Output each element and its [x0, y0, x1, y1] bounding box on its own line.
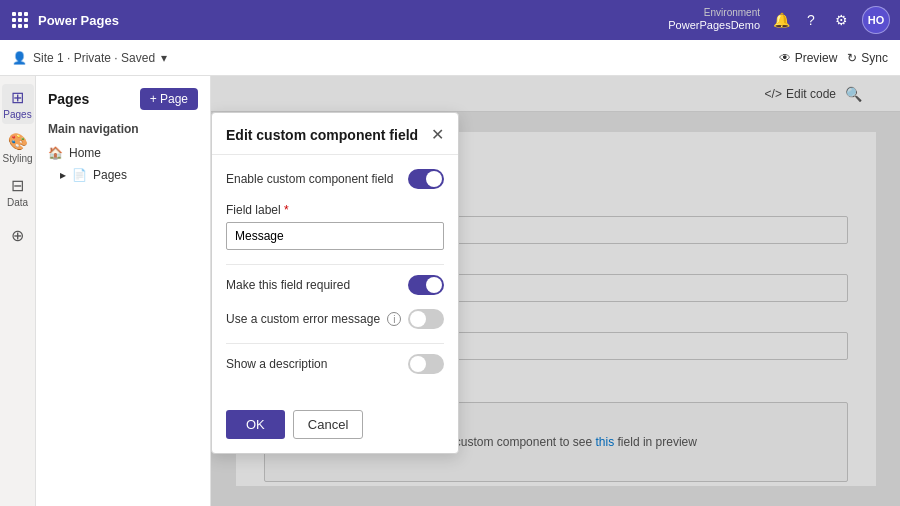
show-description-row: Show a description [226, 354, 444, 374]
pages-header: Pages + Page [36, 84, 210, 118]
app-name: Power Pages [38, 13, 119, 28]
modal-divider-2 [226, 343, 444, 344]
second-bar-right: 👁 Preview ↻ Sync [779, 51, 888, 65]
home-icon: 🏠 [48, 146, 63, 160]
modal-title: Edit custom component field [226, 127, 418, 143]
nav-home-label: Home [69, 146, 101, 160]
make-required-label: Make this field required [226, 278, 350, 292]
preview-button[interactable]: 👁 Preview [779, 51, 838, 65]
sync-label: Sync [861, 51, 888, 65]
nav-item-home[interactable]: 🏠 Home [36, 142, 210, 164]
top-nav: Power Pages Environment PowerPagesDemo 🔔… [0, 0, 900, 40]
sidebar-item-more[interactable]: ⊕ [2, 216, 34, 256]
modal-body: Enable custom component field Field labe… [212, 155, 458, 402]
dropdown-arrow-icon[interactable]: ▾ [161, 51, 167, 65]
make-required-row: Make this field required [226, 275, 444, 295]
notification-icon[interactable]: 🔔 [772, 11, 790, 29]
enable-component-row: Enable custom component field [226, 169, 444, 189]
sidebar-item-pages[interactable]: ⊞ Pages [2, 84, 34, 124]
field-label-input[interactable] [226, 222, 444, 250]
eye-icon: 👁 [779, 51, 791, 65]
person-icon: 👤 [12, 51, 27, 65]
pages-icon: ⊞ [11, 88, 24, 107]
cancel-button[interactable]: Cancel [293, 410, 363, 439]
content-area: </> Edit code 🔍 ⤢ Fill in your details N… [211, 76, 900, 506]
sync-icon: ↻ [847, 51, 857, 65]
custom-error-toggle[interactable] [408, 309, 444, 329]
doc-icon: 📄 [72, 168, 87, 182]
data-icon: ⊟ [11, 176, 24, 195]
sidebar-data-label: Data [7, 197, 28, 208]
environment-info: Environment PowerPagesDemo [668, 7, 760, 32]
second-bar: 👤 Site 1 · Private · Saved ▾ 👁 Preview ↻… [0, 40, 900, 76]
field-label-heading: Field label * [226, 203, 444, 217]
nav-section-title: Main navigation [36, 118, 210, 142]
edit-component-field-modal: Edit custom component field ✕ Enable cus… [211, 112, 459, 454]
modal-footer: OK Cancel [212, 402, 458, 453]
sidebar-pages-label: Pages [3, 109, 31, 120]
field-label-section: Field label * [226, 203, 444, 250]
left-sidebar: ⊞ Pages 🎨 Styling ⊟ Data ⊕ [0, 76, 36, 506]
site-info: 👤 Site 1 · Private · Saved ▾ [12, 51, 167, 65]
modal-divider-1 [226, 264, 444, 265]
field-label-required-star: * [284, 203, 289, 217]
nav-item-pages[interactable]: ▸ 📄 Pages [36, 164, 210, 186]
preview-label: Preview [795, 51, 838, 65]
pages-title: Pages [48, 91, 89, 107]
add-page-button[interactable]: + Page [140, 88, 198, 110]
nav-pages-label: Pages [93, 168, 127, 182]
info-icon[interactable]: i [387, 312, 401, 326]
top-nav-left: Power Pages [10, 10, 119, 30]
settings-icon[interactable]: ⚙ [832, 11, 850, 29]
styling-icon: 🎨 [8, 132, 28, 151]
chevron-right-icon: ▸ [60, 168, 66, 182]
top-nav-right: Environment PowerPagesDemo 🔔 ? ⚙ HO [668, 6, 890, 34]
show-description-label: Show a description [226, 357, 327, 371]
make-required-toggle[interactable] [408, 275, 444, 295]
custom-error-label: Use a custom error message i [226, 312, 401, 327]
waffle-icon[interactable] [10, 10, 30, 30]
environment-name: PowerPagesDemo [668, 19, 760, 32]
ok-button[interactable]: OK [226, 410, 285, 439]
site-info-text: Site 1 · Private · Saved [33, 51, 155, 65]
modal-header: Edit custom component field ✕ [212, 113, 458, 155]
main-layout: ⊞ Pages 🎨 Styling ⊟ Data ⊕ Pages + Page … [0, 76, 900, 506]
help-icon[interactable]: ? [802, 11, 820, 29]
pages-panel: Pages + Page Main navigation 🏠 Home ▸ 📄 … [36, 76, 211, 506]
custom-error-row: Use a custom error message i [226, 309, 444, 329]
enable-toggle[interactable] [408, 169, 444, 189]
environment-label: Environment [704, 7, 760, 19]
enable-label: Enable custom component field [226, 172, 393, 186]
modal-close-button[interactable]: ✕ [431, 125, 444, 144]
sidebar-styling-label: Styling [2, 153, 32, 164]
more-icon: ⊕ [11, 226, 24, 245]
show-description-toggle[interactable] [408, 354, 444, 374]
avatar[interactable]: HO [862, 6, 890, 34]
sidebar-item-styling[interactable]: 🎨 Styling [2, 128, 34, 168]
sync-button[interactable]: ↻ Sync [847, 51, 888, 65]
sidebar-item-data[interactable]: ⊟ Data [2, 172, 34, 212]
